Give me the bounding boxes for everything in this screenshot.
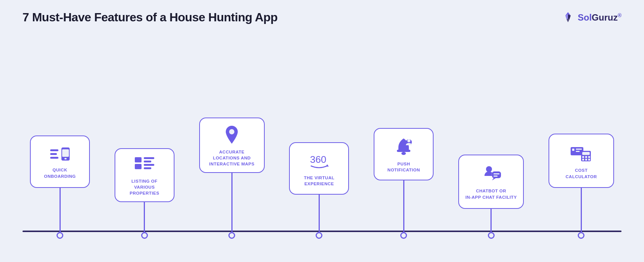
- feature-item-calculator: COSTCALCULATOR: [549, 134, 614, 239]
- svg-rect-6: [135, 157, 142, 162]
- logo-registered: ®: [618, 12, 622, 18]
- label-listing: LISTING OF VARIOUSPROPERTIES: [121, 178, 168, 196]
- label-quick-onboarding: QUICKONBOARDING: [44, 167, 76, 179]
- header: 7 Must-Have Features of a House Hunting …: [0, 0, 644, 24]
- label-virtual: THE VIRTUALEXPERIENCE: [304, 175, 335, 187]
- svg-rect-34: [585, 159, 587, 161]
- chatbot-icon: [479, 165, 503, 183]
- connector-chatbot: [490, 209, 492, 232]
- feature-item-chatbot: CHATBOT ORIN-APP CHAT FACILITY: [458, 155, 524, 239]
- feature-item-locations: ACCURATELOCATIONS ANDINTERACTIVE MAPS: [199, 118, 265, 239]
- svg-rect-15: [397, 150, 410, 152]
- feature-item-virtual: 360 THE VIRTUALEXPERIENCE: [289, 142, 349, 239]
- card-calculator: COSTCALCULATOR: [549, 134, 614, 188]
- svg-rect-11: [144, 167, 151, 169]
- dot-push: [400, 232, 407, 239]
- location-icon: [224, 125, 240, 144]
- svg-rect-35: [588, 159, 590, 161]
- feature-item-quick-onboarding: QUICKONBOARDING: [30, 135, 90, 239]
- card-push: PUSHNOTIFICATION: [374, 128, 434, 180]
- svg-rect-25: [572, 149, 574, 151]
- connector-quick-onboarding: [60, 188, 61, 232]
- label-locations: ACCURATELOCATIONS ANDINTERACTIVE MAPS: [209, 149, 255, 167]
- page-wrapper: 7 Must-Have Features of a House Hunting …: [0, 0, 644, 262]
- svg-rect-31: [585, 156, 587, 158]
- svg-rect-26: [576, 149, 582, 150]
- dot-quick-onboarding: [57, 232, 63, 239]
- virtual-icon: 360: [307, 152, 331, 170]
- svg-point-16: [401, 152, 406, 155]
- svg-rect-5: [64, 158, 67, 159]
- svg-rect-8: [144, 157, 154, 159]
- connector-virtual: [319, 195, 320, 232]
- svg-rect-32: [588, 156, 590, 158]
- dot-listing: [141, 232, 148, 239]
- connector-calculator: [581, 188, 582, 232]
- connector-listing: [144, 202, 145, 232]
- feature-item-push: PUSHNOTIFICATION: [374, 128, 434, 239]
- page-title: 7 Must-Have Features of a House Hunting …: [22, 10, 277, 24]
- logo-guruz: Guruz: [592, 12, 617, 22]
- svg-rect-7: [135, 164, 142, 169]
- dot-chatbot: [488, 232, 495, 239]
- card-virtual: 360 THE VIRTUALEXPERIENCE: [289, 142, 349, 195]
- dot-virtual: [316, 232, 322, 239]
- svg-text:360: 360: [310, 154, 326, 165]
- svg-rect-30: [582, 156, 584, 158]
- svg-rect-20: [492, 171, 501, 178]
- logo-text: SolGuruz®: [578, 12, 622, 23]
- svg-rect-23: [493, 176, 498, 177]
- label-push: PUSHNOTIFICATION: [388, 161, 420, 173]
- svg-point-19: [486, 166, 492, 172]
- svg-rect-1: [50, 153, 57, 155]
- connector-locations: [231, 173, 233, 232]
- dot-locations: [228, 232, 235, 239]
- svg-point-12: [229, 129, 234, 134]
- logo-sol: Sol: [578, 12, 592, 22]
- svg-rect-0: [50, 149, 58, 151]
- card-listing: LISTING OF VARIOUSPROPERTIES: [115, 148, 174, 202]
- notification-icon: [392, 137, 415, 156]
- svg-rect-2: [50, 157, 58, 159]
- card-locations: ACCURATELOCATIONS ANDINTERACTIVE MAPS: [199, 118, 265, 173]
- feature-item-listing: LISTING OF VARIOUSPROPERTIES: [115, 148, 174, 239]
- svg-rect-22: [493, 173, 499, 174]
- svg-marker-21: [492, 178, 496, 180]
- dot-calculator: [578, 232, 584, 239]
- svg-rect-9: [144, 161, 151, 162]
- calculator-icon: [569, 143, 593, 163]
- label-chatbot: CHATBOT ORIN-APP CHAT FACILITY: [465, 188, 517, 200]
- solguruz-logo-icon: [561, 11, 575, 24]
- listing-icon: [133, 156, 156, 174]
- label-calculator: COSTCALCULATOR: [566, 167, 597, 179]
- svg-rect-33: [582, 159, 584, 161]
- logo: SolGuruz®: [561, 11, 622, 24]
- connector-push: [403, 180, 404, 232]
- svg-rect-4: [62, 149, 69, 157]
- svg-rect-29: [582, 152, 590, 155]
- svg-point-18: [407, 139, 410, 142]
- features-layout: QUICKONBOARDING: [0, 118, 644, 239]
- svg-rect-10: [144, 164, 154, 166]
- onboarding-icon: [49, 146, 71, 162]
- card-chatbot: CHATBOT ORIN-APP CHAT FACILITY: [458, 155, 524, 209]
- card-quick-onboarding: QUICKONBOARDING: [30, 135, 90, 188]
- svg-rect-27: [576, 151, 580, 152]
